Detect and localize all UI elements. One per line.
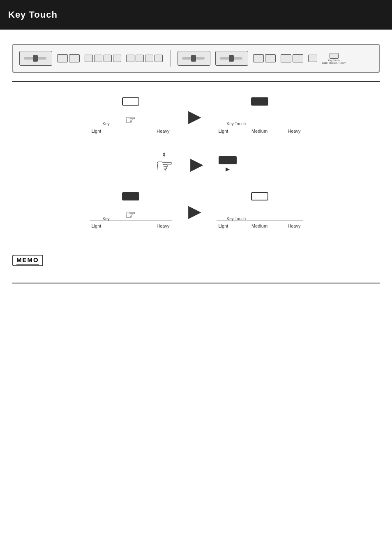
diagram1-label-heavy: Heavy — [157, 129, 169, 134]
slider-thumb-1 — [33, 55, 38, 62]
key-touch-mini-display: Key Touch Light Medium Heavy — [322, 53, 346, 64]
small-btn-3[interactable] — [253, 54, 264, 62]
diagram3-after-medium: Medium — [251, 223, 267, 228]
diagram1-arrow: ▶ — [188, 109, 200, 124]
diagram3-after-heavy: Heavy — [288, 223, 300, 228]
panel-divider-1 — [170, 50, 171, 67]
slider-control-1[interactable] — [19, 51, 52, 66]
diagram2-pointer: ▶ — [226, 166, 230, 172]
slider-control-2[interactable] — [178, 51, 210, 66]
small-btn-2[interactable] — [69, 54, 80, 62]
diagram3-after-keytouchlabel: Key Touch — [227, 216, 246, 221]
display-panel: Key Touch Light Medium Heavy — [12, 44, 380, 73]
section-line-top — [12, 81, 380, 82]
diagram1-after-heavy: Heavy — [288, 129, 300, 134]
diagram2-arrow: ▶ — [190, 157, 202, 172]
memo-section: MEMO — [12, 246, 380, 266]
diagram3-after-btn — [251, 192, 268, 200]
slider-track-2 — [182, 57, 205, 60]
btn-group-4a — [85, 55, 121, 62]
diagram1-label-light: Light — [92, 129, 101, 134]
diagram3-label-heavy: Heavy — [157, 223, 169, 228]
diagram3-before-keylabel: Key — [103, 216, 110, 221]
diagram2-before: ⇕ ☞ — [155, 152, 174, 177]
single-btn-key-touch[interactable] — [308, 55, 317, 62]
diagram1-after-keytouchlabel: Key Touch — [227, 122, 246, 126]
diagram3-arrow: ▶ — [188, 204, 200, 219]
small-btn-6[interactable] — [293, 54, 303, 62]
diagram-section-3: Key ☞ Light Heavy ▶ Key Touch Light Medi… — [12, 189, 380, 234]
slider-track-3 — [220, 57, 242, 60]
diagram3-before: Key ☞ Light Heavy — [90, 189, 172, 234]
memo-label: MEMO — [16, 256, 39, 265]
tiny-btn-2[interactable] — [94, 55, 102, 62]
slider-thumb-3 — [229, 55, 234, 62]
diagram1-after: Key Touch Light Medium Heavy — [217, 94, 303, 139]
tiny-btn-7[interactable] — [145, 55, 153, 62]
memo-badge: MEMO — [12, 255, 43, 266]
hand-icon-3: ☞ — [125, 207, 136, 222]
hand-icon-1: ☞ — [125, 113, 136, 127]
diagram1-after-light: Light — [219, 129, 228, 134]
diagram3-after: Key Touch Light Medium Heavy — [217, 189, 303, 234]
diagram-section-2: ⇕ ☞ ▶ ▶ — [12, 152, 380, 177]
section-line-bottom — [12, 283, 380, 283]
header-title: Key Touch — [8, 9, 58, 20]
key-touch-mini-btn[interactable] — [330, 53, 339, 59]
diagram1-before-keylabel: Key — [103, 122, 110, 126]
slider-track-1 — [24, 57, 46, 60]
tiny-btn-8[interactable] — [154, 55, 163, 62]
key-touch-mini-scale: Light Medium Heavy — [322, 62, 346, 64]
tiny-btn-6[interactable] — [136, 55, 144, 62]
diagram2-filled-btn — [219, 156, 237, 164]
hand-icon-2: ☞ — [155, 156, 174, 177]
diagram2-after: ▶ — [219, 156, 237, 172]
tiny-btn-5[interactable] — [126, 55, 134, 62]
diagram-section-1: Key ☞ Light Heavy ▶ Key Touch Light Medi… — [12, 94, 380, 139]
diagram1-before: Key ☞ Light Heavy — [90, 94, 172, 139]
slider-thumb-2 — [191, 55, 196, 62]
btn-pair-2 — [253, 54, 276, 62]
btn-group-4b — [126, 55, 163, 62]
diagram3-label-light: Light — [92, 223, 101, 228]
scale-heavy: Heavy — [339, 62, 346, 64]
scale-light: Light — [322, 62, 327, 64]
small-btn-1[interactable] — [57, 54, 68, 62]
slider-control-3[interactable] — [215, 51, 248, 66]
scale-medium: Medium — [329, 62, 337, 64]
diagram3-before-btn — [122, 192, 139, 200]
tiny-btn-4[interactable] — [113, 55, 121, 62]
tiny-btn-3[interactable] — [104, 55, 112, 62]
diagram1-after-btn — [251, 97, 268, 106]
diagram1-before-btn — [122, 97, 139, 106]
tiny-btn-1[interactable] — [85, 55, 93, 62]
small-btn-4[interactable] — [265, 54, 276, 62]
page-header: Key Touch — [0, 0, 392, 30]
main-content: Key Touch Light Medium Heavy Key ☞ Light… — [0, 30, 392, 292]
diagram1-after-medium: Medium — [251, 129, 267, 134]
btn-pair-1 — [57, 54, 80, 62]
diagram3-after-light: Light — [219, 223, 228, 228]
btn-trio — [281, 54, 303, 62]
small-btn-5[interactable] — [281, 54, 291, 62]
